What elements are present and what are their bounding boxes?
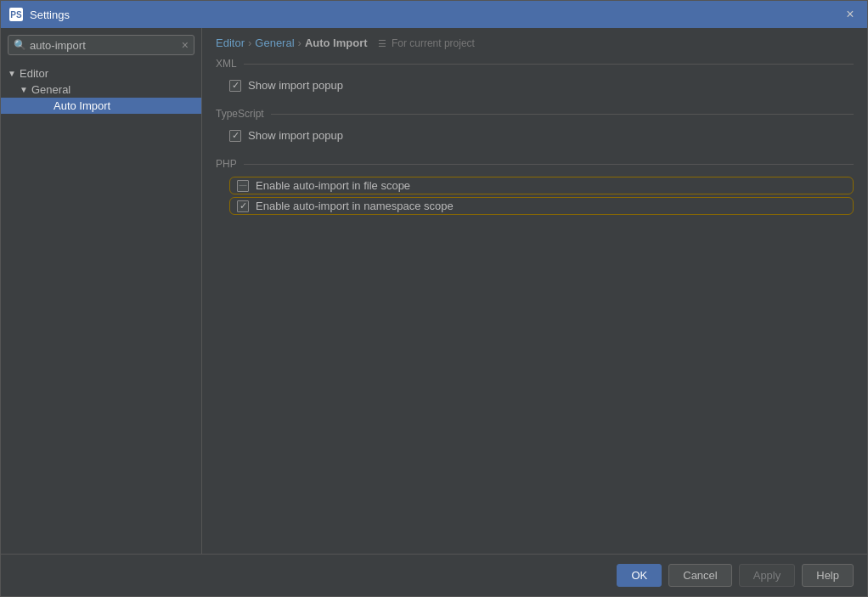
sidebar-item-general[interactable]: ▼ General	[1, 82, 201, 98]
breadcrumb-editor[interactable]: Editor	[216, 37, 245, 49]
sidebar-tree: ▼ Editor ▼ General Auto Import	[1, 62, 201, 554]
dialog-footer: OK Cancel Apply Help	[1, 554, 867, 596]
php-namespace-scope-checkbox[interactable]	[237, 200, 249, 212]
php-section-label: PHP	[216, 158, 237, 170]
dialog-body: 🔍 × ▼ Editor ▼ General Auto Import	[1, 28, 867, 554]
php-file-scope-label: Enable auto-import in file scope	[256, 179, 410, 192]
ts-show-import-popup-checkbox[interactable]	[229, 130, 241, 142]
xml-section-label: XML	[216, 58, 237, 70]
php-section-header: PHP	[216, 158, 854, 170]
project-icon: ☰	[378, 38, 386, 48]
ok-button[interactable]: OK	[617, 564, 662, 587]
tree-arrow-general: ▼	[20, 85, 28, 94]
settings-area: XML Show import popup TypeScript	[202, 58, 867, 554]
breadcrumb-auto-import: Auto Import	[305, 37, 368, 49]
ts-show-import-popup-row: Show import popup	[216, 127, 854, 144]
title-bar: PS Settings ×	[1, 1, 867, 28]
sidebar: 🔍 × ▼ Editor ▼ General Auto Import	[1, 28, 202, 554]
breadcrumb-sep-2: ›	[298, 37, 302, 49]
breadcrumb-project: ☰ For current project	[378, 37, 475, 49]
search-box: 🔍 ×	[8, 35, 194, 55]
xml-section: XML Show import popup	[216, 58, 854, 94]
close-button[interactable]: ×	[842, 6, 859, 23]
sidebar-item-auto-import[interactable]: Auto Import	[1, 98, 201, 114]
xml-divider	[244, 64, 854, 65]
php-namespace-scope-row: Enable auto-import in namespace scope	[229, 197, 854, 215]
tree-arrow-editor: ▼	[8, 69, 16, 78]
breadcrumb: Editor › General › Auto Import ☰ For cur…	[202, 28, 867, 58]
xml-show-import-popup-row: Show import popup	[216, 76, 854, 94]
php-section: PHP Enable auto-import in file scope Ena…	[216, 158, 854, 215]
cancel-button[interactable]: Cancel	[668, 564, 731, 587]
xml-section-header: XML	[216, 58, 854, 70]
typescript-section: TypeScript Show import popup	[216, 108, 854, 144]
search-input[interactable]	[30, 39, 182, 52]
search-clear-icon[interactable]: ×	[182, 38, 189, 52]
typescript-section-label: TypeScript	[216, 108, 264, 120]
sidebar-item-label-general: General	[31, 83, 70, 96]
sidebar-item-label-editor: Editor	[20, 67, 48, 80]
xml-show-import-popup-label: Show import popup	[248, 79, 343, 92]
sidebar-item-label-auto-import: Auto Import	[54, 99, 110, 112]
typescript-section-header: TypeScript	[216, 108, 854, 120]
app-icon: PS	[9, 8, 23, 21]
php-file-scope-checkbox[interactable]	[237, 180, 249, 192]
sidebar-item-editor[interactable]: ▼ Editor	[1, 65, 201, 82]
xml-show-import-popup-checkbox[interactable]	[229, 80, 241, 92]
ts-show-import-popup-label: Show import popup	[248, 129, 343, 142]
search-icon: 🔍	[14, 39, 26, 51]
php-divider	[244, 164, 854, 165]
apply-button[interactable]: Apply	[739, 564, 796, 587]
main-content: Editor › General › Auto Import ☰ For cur…	[202, 28, 867, 554]
breadcrumb-general[interactable]: General	[255, 37, 294, 49]
dialog-title: Settings	[30, 8, 842, 21]
help-button[interactable]: Help	[802, 564, 854, 587]
settings-dialog: PS Settings × 🔍 × ▼ Editor ▼ General	[0, 0, 868, 597]
php-file-scope-row: Enable auto-import in file scope	[229, 177, 854, 194]
php-namespace-scope-label: Enable auto-import in namespace scope	[256, 200, 454, 212]
typescript-divider	[271, 114, 854, 115]
breadcrumb-sep-1: ›	[248, 37, 251, 49]
